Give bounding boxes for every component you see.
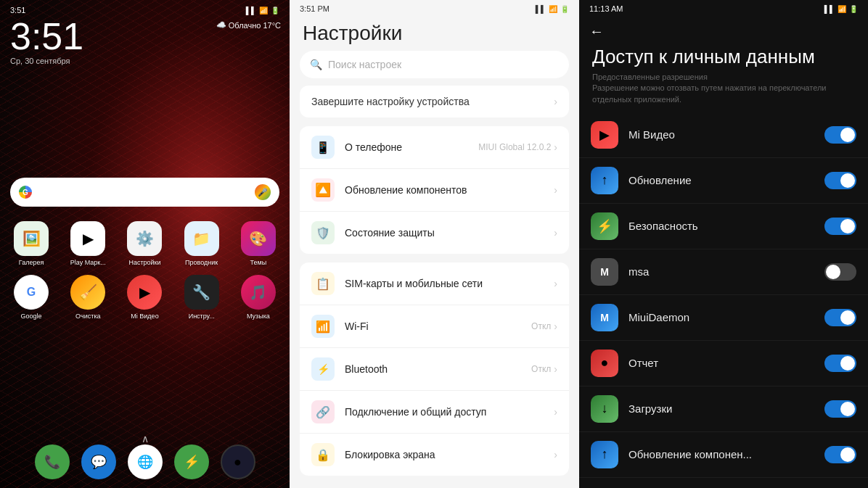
update-toggle[interactable] xyxy=(824,172,856,189)
miuidaemon-toggle[interactable] xyxy=(824,309,856,326)
app-cleaner[interactable]: 🧹 Очистка xyxy=(64,275,112,320)
updates-text: Обновление компонентов xyxy=(345,184,544,196)
app-mivideo-icon: ▶ xyxy=(127,275,162,310)
app-cleaner-icon: 🧹 xyxy=(70,275,105,310)
mivideo-toggle[interactable] xyxy=(824,126,856,144)
privacy-item-update[interactable]: ↑ Обновление xyxy=(579,158,868,204)
dock-security[interactable]: ⚡ xyxy=(174,444,209,479)
privacy-title: Доступ к личным данным xyxy=(579,43,868,71)
app-playmarket-icon: ▶ xyxy=(70,221,105,256)
about-phone-sub: MIUI Global 12.0.2 xyxy=(478,142,551,152)
app-settings-icon: ⚙️ xyxy=(127,221,162,256)
privacy-item-msa[interactable]: M msa xyxy=(579,249,868,295)
app-themes-icon: 🎨 xyxy=(241,221,276,256)
settings-item-hotspot[interactable]: 🔗 Подключение и общий доступ › xyxy=(300,391,569,434)
security-toggle[interactable] xyxy=(824,218,856,235)
dock-other[interactable]: ● xyxy=(221,444,255,479)
settings-item-security-status[interactable]: 🛡️ Состояние защиты › xyxy=(300,212,569,254)
settings-body: Завершите настройку устройства › 📱 О тел… xyxy=(290,86,579,488)
bluetooth-chevron: › xyxy=(554,363,557,375)
mic-icon[interactable]: 🎤 xyxy=(255,184,271,200)
home-date: Ср, 30 сентября xyxy=(0,55,290,65)
security-status-label: Состояние защиты xyxy=(345,227,544,239)
security-app-icon: ⚡ xyxy=(591,212,618,240)
app-settings[interactable]: ⚙️ Настройки xyxy=(120,221,168,266)
app-music-label: Музыка xyxy=(247,313,270,320)
settings-item-sim[interactable]: 📋 SIM-карты и мобильные сети › xyxy=(300,262,569,305)
settings-signal: ▌▌ xyxy=(536,5,546,13)
app-google[interactable]: G Google xyxy=(7,275,55,320)
privacy-item-mivideo[interactable]: ▶ Mi Видео xyxy=(579,112,868,158)
settings-item-about[interactable]: 📱 О телефоне MIUI Global 12.0.2 › xyxy=(300,126,569,169)
settings-item-updates[interactable]: 🔼 Обновление компонентов › xyxy=(300,169,569,212)
downloads-toggle[interactable] xyxy=(824,400,856,418)
app-themes[interactable]: 🎨 Темы xyxy=(234,221,282,266)
privacy-status-icons: ▌▌ 📶 🔋 xyxy=(824,5,858,13)
settings-section-device: 📱 О телефоне MIUI Global 12.0.2 › 🔼 Обно… xyxy=(300,126,569,254)
settings-title: Настройки xyxy=(290,16,579,51)
search-bar[interactable]: G 🎤 xyxy=(10,178,279,207)
sim-label: SIM-карты и мобильные сети xyxy=(345,278,544,289)
app-music-icon: 🎵 xyxy=(241,275,276,310)
weather-text: Облачно 17°C xyxy=(229,21,281,30)
dock-messages-icon: 💬 xyxy=(81,444,116,479)
app-gallery[interactable]: 🖼️ Галерея xyxy=(7,221,55,266)
component-update-app-icon: ↑ xyxy=(591,441,618,468)
settings-section-connectivity: 📋 SIM-карты и мобильные сети › 📶 Wi-Fi О… xyxy=(300,262,569,476)
dock-security-icon: ⚡ xyxy=(174,444,209,479)
privacy-wifi: 📶 xyxy=(838,5,846,13)
privacy-item-security[interactable]: ⚡ Безопасность xyxy=(579,204,868,249)
app-grid-row1: 🖼️ Галерея ▶ Play Марк... ⚙️ Настройки 📁… xyxy=(0,207,290,266)
mivideo-label: Mi Видео xyxy=(629,128,814,141)
banner-chevron: › xyxy=(554,96,557,107)
cloud-icon: ☁️ xyxy=(216,20,226,30)
privacy-item-report[interactable]: ● Отчет xyxy=(579,341,868,386)
wifi-settings-icon: 📶 xyxy=(311,315,335,338)
app-tools[interactable]: 🔧 Инстру... xyxy=(178,275,226,320)
search-icon: 🔍 xyxy=(310,59,322,70)
wifi-icon: 📶 xyxy=(259,7,268,15)
hotspot-text: Подключение и общий доступ xyxy=(345,406,544,418)
about-phone-right: MIUI Global 12.0.2 › xyxy=(478,141,557,153)
downloads-app-icon: ↓ xyxy=(591,395,618,423)
msa-toggle[interactable] xyxy=(824,263,856,281)
privacy-item-downloads[interactable]: ↓ Загрузки xyxy=(579,386,868,432)
dock-messages[interactable]: 💬 xyxy=(81,444,116,479)
settings-item-wifi[interactable]: 📶 Wi-Fi Откл › xyxy=(300,305,569,348)
bluetooth-label: Bluetooth xyxy=(345,363,521,375)
app-settings-label: Настройки xyxy=(128,259,160,266)
settings-search-bar[interactable]: 🔍 Поиск настроек xyxy=(300,51,569,78)
mivideo-app-icon: ▶ xyxy=(591,121,618,149)
wifi-status: Откл xyxy=(531,321,551,331)
about-phone-label: О телефоне xyxy=(345,141,468,153)
back-button[interactable]: ← xyxy=(579,16,868,43)
settings-item-lockscreen[interactable]: 🔒 Блокировка экрана › xyxy=(300,434,569,476)
privacy-subtitle: Предоставленные разрешения xyxy=(579,71,868,83)
settings-wifi: 📶 xyxy=(549,5,557,13)
security-status-icon: 🛡️ xyxy=(311,221,335,244)
settings-setup-banner[interactable]: Завершите настройку устройства › xyxy=(300,86,569,117)
privacy-item-miuidaemon[interactable]: M MiuiDaemon xyxy=(579,295,868,341)
dock-chrome[interactable]: 🌐 xyxy=(128,444,163,479)
lockscreen-text: Блокировка экрана xyxy=(345,449,544,460)
dock-phone[interactable]: 📞 xyxy=(35,444,70,479)
app-explorer[interactable]: 📁 Проводник xyxy=(178,221,226,266)
app-mivideo[interactable]: ▶ Mi Видео xyxy=(120,275,168,320)
app-grid-row2: G Google 🧹 Очистка ▶ Mi Видео 🔧 Инстру..… xyxy=(0,266,290,320)
updates-chevron: › xyxy=(554,184,557,196)
app-music[interactable]: 🎵 Музыка xyxy=(234,275,282,320)
report-toggle[interactable] xyxy=(824,355,856,372)
app-google-icon: G xyxy=(14,275,49,310)
app-playmarket-label: Play Марк... xyxy=(70,259,106,266)
component-update-toggle[interactable] xyxy=(824,446,856,463)
about-chevron: › xyxy=(554,141,557,153)
app-playmarket[interactable]: ▶ Play Марк... xyxy=(64,221,112,266)
privacy-battery: 🔋 xyxy=(849,5,858,13)
home-status-bar: 3:51 ▌▌ 📶 🔋 xyxy=(0,0,290,15)
google-logo: G xyxy=(19,186,32,199)
settings-item-bluetooth[interactable]: ⚡ Bluetooth Откл › xyxy=(300,348,569,391)
updates-label: Обновление компонентов xyxy=(345,184,544,196)
privacy-app-list: ▶ Mi Видео ↑ Обновление ⚡ Безопасность M… xyxy=(579,112,868,488)
privacy-item-component-update[interactable]: ↑ Обновление компонен... xyxy=(579,432,868,478)
security-status-chevron: › xyxy=(554,227,557,239)
